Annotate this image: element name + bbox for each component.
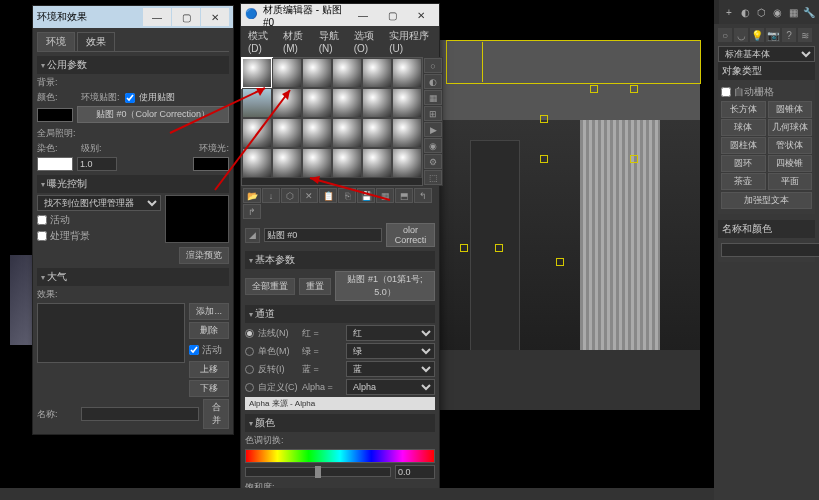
reset-icon[interactable]: ✕ <box>300 188 318 203</box>
mat-minimize-button[interactable]: — <box>349 6 377 24</box>
common-params-header[interactable]: 公用参数 <box>37 56 229 74</box>
material-slot-17[interactable] <box>392 118 422 148</box>
material-slot-14[interactable] <box>302 118 332 148</box>
hierarchy-tab-icon[interactable]: ⬡ <box>755 5 767 19</box>
atmo-active-check[interactable] <box>189 345 199 355</box>
box-button[interactable]: 长方体 <box>721 101 766 118</box>
make-unique-icon[interactable]: ⎘ <box>338 188 356 203</box>
modify-tab-icon[interactable]: ◐ <box>739 5 751 19</box>
make-preview-icon[interactable]: ◉ <box>424 138 442 153</box>
material-slot-20[interactable] <box>302 148 332 178</box>
menu-mode[interactable]: 模式(D) <box>245 28 278 55</box>
material-slot-7[interactable] <box>272 88 302 118</box>
map-slot-button[interactable]: 贴图 #1（01第1号; 5.0） <box>335 271 435 301</box>
cone-button[interactable]: 圆锥体 <box>768 101 813 118</box>
environment-tab[interactable]: 环境 <box>37 32 75 51</box>
material-slot-13[interactable] <box>272 118 302 148</box>
mat-maximize-button[interactable]: ▢ <box>378 6 406 24</box>
geometry-icon[interactable]: ○ <box>718 28 732 42</box>
shapes-icon[interactable]: ◡ <box>734 28 748 42</box>
material-slot-15[interactable] <box>332 118 362 148</box>
b-select[interactable]: 蓝 <box>346 361 435 377</box>
space-warps-icon[interactable]: ≋ <box>798 28 812 42</box>
put-to-scene-icon[interactable]: ↓ <box>262 188 280 203</box>
material-slot-10[interactable] <box>362 88 392 118</box>
material-slot-2[interactable] <box>302 58 332 88</box>
show-map-icon[interactable]: ▦ <box>376 188 394 203</box>
hue-ramp[interactable] <box>245 449 435 463</box>
move-down-button[interactable]: 下移 <box>189 380 229 397</box>
bg-color-swatch[interactable] <box>37 108 73 122</box>
material-slot-16[interactable] <box>362 118 392 148</box>
geosphere-button[interactable]: 几何球体 <box>768 119 813 136</box>
material-name-input[interactable] <box>264 228 382 242</box>
material-type-button[interactable]: olor Correcti <box>386 223 435 247</box>
mono-radio[interactable] <box>245 347 254 356</box>
object-name-input[interactable] <box>721 243 819 257</box>
pyramid-button[interactable]: 四棱锥 <box>768 155 813 172</box>
material-slot-12[interactable] <box>242 118 272 148</box>
utilities-tab-icon[interactable]: 🔧 <box>803 5 815 19</box>
material-slot-11[interactable] <box>392 88 422 118</box>
env-close-button[interactable]: ✕ <box>201 8 229 26</box>
material-slot-23[interactable] <box>392 148 422 178</box>
move-up-button[interactable]: 上移 <box>189 361 229 378</box>
go-parent-icon[interactable]: ↰ <box>414 188 432 203</box>
material-slot-21[interactable] <box>332 148 362 178</box>
atmosphere-list[interactable] <box>37 303 185 363</box>
put-to-lib-icon[interactable]: 💾 <box>357 188 375 203</box>
material-slot-22[interactable] <box>362 148 392 178</box>
teapot-button[interactable]: 茶壶 <box>721 173 766 190</box>
go-sibling-icon[interactable]: ↱ <box>243 204 261 219</box>
render-preview-button[interactable]: 渲染预览 <box>179 247 229 264</box>
create-tab-icon[interactable]: + <box>723 5 735 19</box>
g-select[interactable]: 绿 <box>346 343 435 359</box>
r-select[interactable]: 红 <box>346 325 435 341</box>
material-slot-3[interactable] <box>332 58 362 88</box>
add-button[interactable]: 添加... <box>189 303 229 320</box>
effects-tab[interactable]: 效果 <box>77 32 115 51</box>
torus-button[interactable]: 圆环 <box>721 155 766 172</box>
material-slot-5[interactable] <box>392 58 422 88</box>
ambient-swatch[interactable] <box>193 157 229 171</box>
process-bg-check[interactable] <box>37 231 47 241</box>
atmo-name-input[interactable] <box>81 407 199 421</box>
lights-icon[interactable]: 💡 <box>750 28 764 42</box>
menu-options[interactable]: 选项(O) <box>351 28 384 55</box>
get-material-icon[interactable]: 📂 <box>243 188 261 203</box>
menu-utilities[interactable]: 实用程序(U) <box>386 28 435 55</box>
delete-button[interactable]: 删除 <box>189 322 229 339</box>
atmosphere-header[interactable]: 大气 <box>37 268 229 286</box>
env-map-button[interactable]: 贴图 #0（Color Correction） <box>77 106 229 123</box>
basic-params-header[interactable]: 基本参数 <box>245 251 435 269</box>
background-icon[interactable]: ▦ <box>424 90 442 105</box>
category-dropdown[interactable]: 标准基本体 <box>718 46 815 62</box>
backlight-icon[interactable]: ◐ <box>424 74 442 89</box>
hue-slider[interactable] <box>245 467 391 477</box>
level-spinner[interactable] <box>77 157 117 171</box>
pick-icon[interactable]: ◢ <box>245 228 260 243</box>
material-slot-1[interactable] <box>272 58 302 88</box>
textplus-button[interactable]: 加强型文本 <box>721 192 812 209</box>
exposure-header[interactable]: 曝光控制 <box>37 175 229 193</box>
exposure-active-check[interactable] <box>37 215 47 225</box>
mat-close-button[interactable]: ✕ <box>407 6 435 24</box>
material-slot-8[interactable] <box>302 88 332 118</box>
sample-type-icon[interactable]: ○ <box>424 58 442 73</box>
merge-button[interactable]: 合并 <box>203 399 229 429</box>
reset-all-button[interactable]: 全部重置 <box>245 278 295 295</box>
material-slot-6[interactable] <box>242 88 272 118</box>
menu-navigate[interactable]: 导航(N) <box>316 28 349 55</box>
channels-header[interactable]: 通道 <box>245 305 435 323</box>
material-slot-18[interactable] <box>242 148 272 178</box>
menu-material[interactable]: 材质(M) <box>280 28 314 55</box>
reset-button[interactable]: 重置 <box>299 278 331 295</box>
sample-uv-icon[interactable]: ⊞ <box>424 106 442 121</box>
copy-icon[interactable]: 📋 <box>319 188 337 203</box>
name-color-header[interactable]: 名称和颜色 <box>718 220 815 238</box>
hue-value[interactable] <box>395 465 435 479</box>
tube-button[interactable]: 管状体 <box>768 137 813 154</box>
env-help-button[interactable]: ▢ <box>172 8 200 26</box>
display-tab-icon[interactable]: ▦ <box>787 5 799 19</box>
normal-radio[interactable] <box>245 329 254 338</box>
